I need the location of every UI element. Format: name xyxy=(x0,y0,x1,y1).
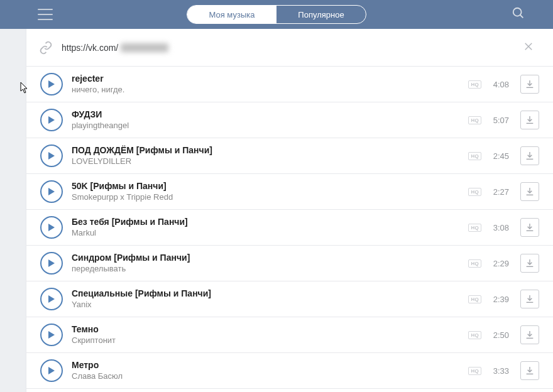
play-icon xyxy=(48,366,55,375)
play-button[interactable] xyxy=(40,73,63,95)
play-button[interactable] xyxy=(40,144,63,167)
track-duration: 2:39 xyxy=(488,295,509,304)
track-artist: Слава Басюл xyxy=(72,371,468,381)
track-artist: Smokepurpp x Trippie Redd xyxy=(72,192,468,202)
download-button[interactable] xyxy=(520,325,539,344)
download-button[interactable] xyxy=(520,75,539,94)
download-icon xyxy=(525,151,535,161)
hq-badge: HQ xyxy=(468,152,481,160)
track-title: Специальные [Рифмы и Панчи] xyxy=(72,288,468,300)
hq-badge: HQ xyxy=(468,259,481,268)
track-title: ФУДЗИ xyxy=(72,109,468,121)
download-icon xyxy=(525,222,535,232)
url-blurred-part xyxy=(121,43,168,52)
url-input[interactable]: https://vk.com/ xyxy=(62,43,168,53)
menu-icon[interactable] xyxy=(38,9,53,20)
track-list: rejecterничего, нигде.HQ4:08ФУДЗИplaying… xyxy=(26,67,553,389)
track-duration: 2:27 xyxy=(488,187,509,197)
track-title: Метро xyxy=(72,360,468,371)
track-duration: 3:33 xyxy=(488,366,509,376)
track-artist: ничего, нигде. xyxy=(72,85,468,95)
play-button[interactable] xyxy=(40,180,63,203)
hq-badge: HQ xyxy=(468,331,481,339)
download-button[interactable] xyxy=(520,111,539,129)
play-icon xyxy=(48,151,55,160)
tabs: Моя музыка Популярное xyxy=(187,5,366,24)
track-row: Без тебя [Рифмы и Панчи]MarkulHQ3:08 xyxy=(26,210,553,246)
download-button[interactable] xyxy=(520,290,539,308)
search-icon xyxy=(512,6,525,20)
tab-popular[interactable]: Популярное xyxy=(276,6,366,23)
download-icon xyxy=(525,294,535,304)
track-duration: 4:08 xyxy=(488,80,509,89)
download-button[interactable] xyxy=(520,146,539,165)
download-button[interactable] xyxy=(520,182,539,201)
track-meta: МетроСлава Басюл xyxy=(72,360,468,382)
track-meta: rejecterничего, нигде. xyxy=(72,74,468,95)
play-icon xyxy=(48,295,55,303)
track-title: rejecter xyxy=(72,74,468,85)
track-duration: 5:07 xyxy=(488,116,509,125)
track-artist: LOVELYDILLER xyxy=(72,156,468,166)
play-button[interactable] xyxy=(40,216,63,239)
play-button[interactable] xyxy=(40,324,63,346)
topbar: Моя музыка Популярное xyxy=(0,0,553,29)
svg-line-1 xyxy=(520,15,523,18)
download-icon xyxy=(525,258,535,268)
track-meta: Синдром [Рифмы и Панчи]переделывать xyxy=(72,253,468,275)
tab-my-music[interactable]: Моя музыка xyxy=(187,6,276,23)
play-button[interactable] xyxy=(40,109,63,131)
track-row: 50K [Рифмы и Панчи]Smokepurpp x Trippie … xyxy=(26,174,553,210)
play-button[interactable] xyxy=(40,359,63,382)
link-icon xyxy=(39,41,53,55)
track-duration: 2:29 xyxy=(488,259,509,268)
play-button[interactable] xyxy=(40,288,63,310)
track-artist: Скриптонит xyxy=(72,335,468,346)
track-row: Синдром [Рифмы и Панчи]переделыватьHQ2:2… xyxy=(26,246,553,281)
track-row: rejecterничего, нигде.HQ4:08 xyxy=(26,67,553,102)
play-icon xyxy=(48,116,55,124)
play-icon xyxy=(48,223,55,232)
svg-point-0 xyxy=(513,8,522,16)
hq-badge: HQ xyxy=(468,295,481,303)
track-meta: ФУДЗИplayingtheangel xyxy=(72,109,468,131)
track-artist: переделывать xyxy=(72,264,468,274)
download-button[interactable] xyxy=(520,361,539,380)
play-icon xyxy=(48,187,55,196)
track-row: ФУДЗИplayingtheangelHQ5:07 xyxy=(26,102,553,138)
play-button[interactable] xyxy=(40,252,63,275)
track-row: ТемноСкриптонитHQ2:50 xyxy=(26,317,553,353)
track-duration: 2:50 xyxy=(488,330,509,340)
track-meta: 50K [Рифмы и Панчи]Smokepurpp x Trippie … xyxy=(72,181,468,203)
play-icon xyxy=(48,330,55,339)
download-button[interactable] xyxy=(520,218,539,237)
track-title: 50K [Рифмы и Панчи] xyxy=(72,181,468,192)
track-duration: 2:45 xyxy=(488,151,509,161)
track-row: Специальные [Рифмы и Панчи]YanixHQ2:39 xyxy=(26,281,553,317)
track-artist: Yanix xyxy=(72,300,468,310)
clear-button[interactable] xyxy=(523,41,534,55)
play-icon xyxy=(48,259,55,268)
download-icon xyxy=(525,366,535,376)
track-meta: ТемноСкриптонит xyxy=(72,324,468,346)
track-title: Синдром [Рифмы и Панчи] xyxy=(72,253,468,264)
hq-badge: HQ xyxy=(468,116,481,124)
download-icon xyxy=(525,79,535,89)
url-row: https://vk.com/ xyxy=(26,29,553,67)
track-artist: playingtheangel xyxy=(72,121,468,131)
download-icon xyxy=(525,330,535,340)
track-meta: ПОД ДОЖДЁМ [Рифмы и Панчи]LOVELYDILLER xyxy=(72,145,468,167)
track-title: Темно xyxy=(72,324,468,335)
track-artist: Markul xyxy=(72,228,468,238)
track-duration: 3:08 xyxy=(488,223,509,232)
hq-badge: HQ xyxy=(468,367,481,375)
search-button[interactable] xyxy=(512,6,525,23)
track-meta: Без тебя [Рифмы и Панчи]Markul xyxy=(72,217,468,239)
download-icon xyxy=(525,187,535,197)
hq-badge: HQ xyxy=(468,80,481,89)
download-button[interactable] xyxy=(520,254,539,273)
url-prefix: https://vk.com/ xyxy=(62,43,118,53)
hq-badge: HQ xyxy=(468,188,481,196)
track-row: МетроСлава БасюлHQ3:33 xyxy=(26,353,553,389)
track-row: ПОД ДОЖДЁМ [Рифмы и Панчи]LOVELYDILLERHQ… xyxy=(26,138,553,174)
